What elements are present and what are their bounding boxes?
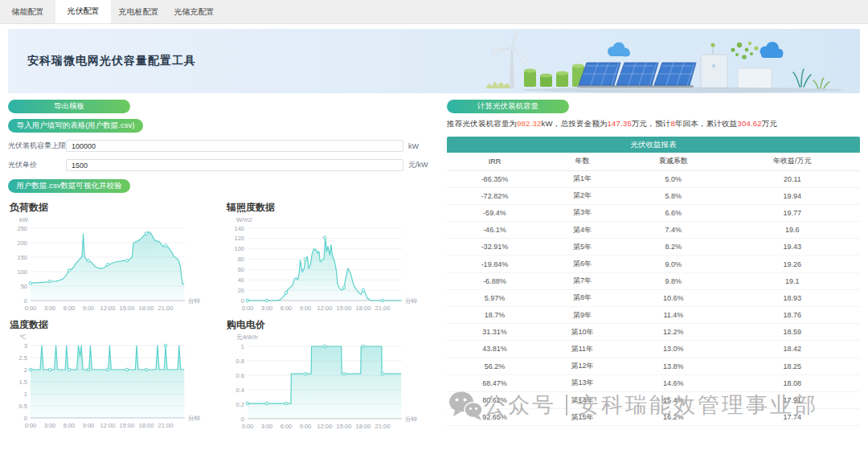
svg-text:140: 140 bbox=[234, 225, 244, 232]
table-cell: 13.0% bbox=[622, 341, 725, 358]
tab-pv-config[interactable]: 光伏配置 bbox=[55, 0, 111, 23]
table-cell: 第1年 bbox=[542, 170, 622, 187]
table-row: -32.91%第5年8.2%19.43 bbox=[447, 239, 860, 256]
table-row: 92.65%第15年16.2%17.74 bbox=[447, 409, 860, 426]
svg-text:40: 40 bbox=[238, 276, 244, 284]
table-cell: 12.2% bbox=[622, 324, 725, 341]
recommended-capacity-value: 982.32 bbox=[517, 119, 541, 128]
table-row: 5.97%第8年10.6%18.93 bbox=[447, 289, 860, 306]
input-panel: 导出模板 导入用户填写的表格(用户数据.csv) 光伏装机容量上限 kW 光伏单… bbox=[8, 100, 434, 432]
svg-text:9:00: 9:00 bbox=[300, 305, 312, 312]
total-profit-value: 304.62 bbox=[737, 119, 761, 128]
table-row: 31.31%第10年12.2%18.59 bbox=[447, 324, 860, 341]
table-cell: 10.6% bbox=[622, 289, 725, 306]
table-cell: -19.84% bbox=[447, 256, 542, 272]
svg-text:分钟: 分钟 bbox=[405, 297, 418, 305]
svg-text:120: 120 bbox=[234, 235, 244, 242]
cloud-icon bbox=[760, 42, 784, 58]
table-cell: 第6年 bbox=[542, 256, 622, 272]
table-cell: 第5年 bbox=[542, 239, 622, 256]
unit-price-input[interactable] bbox=[66, 159, 403, 171]
green-energy-illustration bbox=[482, 31, 860, 93]
table-cell: 8.2% bbox=[622, 239, 725, 256]
svg-text:0.8: 0.8 bbox=[236, 358, 244, 365]
table-cell: 17.91 bbox=[725, 391, 860, 408]
table-cell: 第11年 bbox=[542, 341, 622, 358]
table-cell: 5.8% bbox=[622, 187, 725, 204]
electricity-price-chart[interactable]: 00.20.40.60.810:003:006:009:0012:0015:00… bbox=[225, 342, 426, 432]
export-template-button[interactable]: 导出模板 bbox=[8, 100, 130, 113]
svg-text:0:00: 0:00 bbox=[25, 422, 37, 429]
load-chart-cell: 负荷数据 kW 0501001502002500:003:006:009:001… bbox=[8, 199, 217, 313]
table-row: 43.81%第11年13.0%18.42 bbox=[447, 341, 860, 358]
svg-text:3:00: 3:00 bbox=[44, 422, 56, 429]
irradiance-chart-unit: W/m2 bbox=[236, 216, 434, 223]
table-cell: 第13年 bbox=[542, 374, 622, 391]
tab-pv-storage-charging-config[interactable]: 光储充配置 bbox=[166, 0, 222, 23]
temperature-chart-unit: ℃ bbox=[19, 333, 217, 341]
table-column-header: 年收益/万元 bbox=[725, 153, 860, 170]
load-chart-title: 负荷数据 bbox=[10, 201, 217, 215]
visualize-validate-csv-button[interactable]: 用户数据.csv数据可视化并校验 bbox=[8, 179, 130, 193]
svg-text:0.5: 0.5 bbox=[19, 403, 27, 410]
table-cell: 第2年 bbox=[542, 187, 622, 204]
import-user-table-button[interactable]: 导入用户填写的表格(用户数据.csv) bbox=[8, 119, 143, 133]
svg-text:50: 50 bbox=[21, 283, 27, 290]
svg-text:12:00: 12:00 bbox=[100, 305, 116, 312]
table-cell: 17.74 bbox=[725, 409, 860, 426]
svg-text:0.6: 0.6 bbox=[236, 372, 244, 379]
calculate-capacity-button[interactable]: 计算光伏装机容量 bbox=[447, 100, 569, 113]
green-bars-icon bbox=[524, 64, 584, 87]
solar-panel-icon bbox=[577, 63, 696, 88]
svg-text:18:00: 18:00 bbox=[139, 305, 154, 312]
table-cell: 18.76 bbox=[725, 307, 860, 324]
table-cell: 18.7% bbox=[447, 307, 542, 324]
content-columns: 导出模板 导入用户填写的表格(用户数据.csv) 光伏装机容量上限 kW 光伏单… bbox=[8, 100, 860, 432]
capacity-limit-input[interactable] bbox=[66, 140, 403, 152]
temperature-chart-title: 温度数据 bbox=[10, 318, 217, 332]
summary-text: 年回本，累计收益 bbox=[675, 119, 738, 128]
table-cell: 43.81% bbox=[447, 341, 542, 358]
load-chart-unit: kW bbox=[19, 216, 217, 223]
main-page: 安科瑞微电网光伏容量配置工具 bbox=[0, 24, 868, 432]
irradiance-chart[interactable]: 0204060801001201400:003:006:009:0012:001… bbox=[225, 223, 426, 313]
table-cell: -6.88% bbox=[447, 272, 542, 289]
svg-text:9:00: 9:00 bbox=[300, 423, 312, 430]
svg-text:0: 0 bbox=[241, 415, 244, 423]
load-chart[interactable]: 0501001502002500:003:006:009:0012:0015:0… bbox=[8, 223, 209, 313]
svg-text:15:00: 15:00 bbox=[120, 305, 135, 312]
tab-bar: 储能配置光伏配置充电桩配置光储充配置 bbox=[0, 0, 868, 24]
svg-text:100: 100 bbox=[17, 268, 27, 276]
table-cell: 18.08 bbox=[725, 374, 860, 391]
table-cell: 15.4% bbox=[622, 391, 725, 408]
wind-turbine-icon bbox=[492, 31, 527, 88]
temperature-chart[interactable]: 00.511.522.530:003:006:009:0012:0015:001… bbox=[8, 341, 209, 431]
table-cell: -72.82% bbox=[447, 187, 542, 204]
svg-text:80: 80 bbox=[238, 256, 244, 263]
table-cell: 7.4% bbox=[622, 222, 725, 239]
svg-text:9:00: 9:00 bbox=[83, 422, 95, 429]
svg-text:21:00: 21:00 bbox=[375, 305, 391, 312]
leaf-dots-icon bbox=[731, 42, 758, 59]
table-cell: 13.8% bbox=[622, 358, 725, 374]
grass-icon bbox=[793, 69, 829, 88]
svg-text:18:00: 18:00 bbox=[139, 422, 154, 429]
summary-text: kW，总投资金额为 bbox=[542, 119, 608, 128]
table-cell: 56.2% bbox=[447, 358, 542, 374]
tab-storage-config[interactable]: 储能配置 bbox=[0, 0, 55, 23]
svg-text:12:00: 12:00 bbox=[317, 423, 333, 430]
table-row: -59.4%第3年6.6%19.77 bbox=[447, 204, 860, 221]
capacity-limit-unit: kW bbox=[408, 142, 434, 150]
table-cell: 第10年 bbox=[542, 324, 622, 341]
table-cell: 第12年 bbox=[542, 358, 622, 374]
svg-text:3: 3 bbox=[24, 342, 27, 350]
svg-text:100: 100 bbox=[234, 245, 244, 252]
unit-price-label: 光伏单价 bbox=[8, 160, 66, 170]
table-title: 光伏收益报表 bbox=[447, 137, 860, 153]
result-panel: 计算光伏装机容量 推荐光伏装机容量为982.32kW，总投资金额为147.35万… bbox=[447, 100, 860, 432]
svg-text:0: 0 bbox=[24, 415, 27, 422]
price-chart-cell: 购电电价 元/kW/h 00.20.40.60.810:003:006:009:… bbox=[225, 317, 434, 432]
charts-grid: 负荷数据 kW 0501001502002500:003:006:009:001… bbox=[8, 199, 434, 432]
tab-charging-pile-config[interactable]: 充电桩配置 bbox=[111, 0, 166, 23]
svg-text:20: 20 bbox=[238, 287, 244, 294]
